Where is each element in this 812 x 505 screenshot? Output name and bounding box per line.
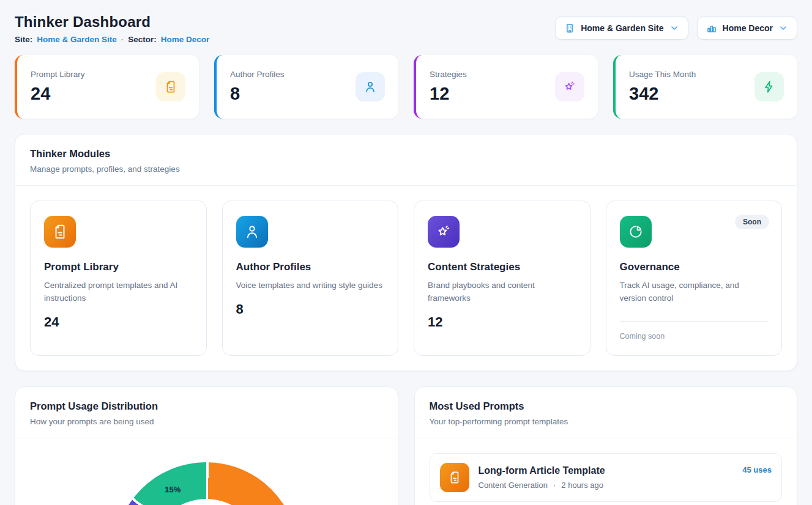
stat-value: 12 — [430, 84, 467, 104]
stat-label: Author Profiles — [230, 70, 285, 79]
prompt-uses-badge: 45 uses — [742, 465, 772, 474]
stat-label: Strategies — [430, 70, 467, 79]
header-selectors: Home & Garden Site Home Decor — [555, 17, 797, 40]
site-label: Site: — [15, 35, 32, 44]
prompts-panel-title: Most Used Prompts — [430, 400, 783, 412]
module-title: Content Strategies — [428, 261, 576, 273]
site-selector-label: Home & Garden Site — [581, 23, 663, 33]
bar-chart-icon — [706, 23, 717, 34]
usage-panel-title: Prompt Usage Distribution — [30, 400, 383, 412]
soon-badge: Soon — [735, 215, 769, 229]
module-count: 12 — [428, 314, 576, 330]
chevron-down-icon — [669, 23, 679, 33]
donut-chart-area: 15% — [15, 438, 398, 505]
prompt-category: Content Generation — [479, 481, 548, 490]
dashboard-page: Thinker Dashboard Site: Home & Garden Si… — [0, 0, 812, 505]
site-link[interactable]: Home & Garden Site — [37, 35, 117, 44]
module-card-governance[interactable]: Soon Governance Track AI usage, complian… — [606, 201, 783, 356]
page-title: Thinker Dashboard — [15, 13, 209, 31]
module-description: Brand playbooks and content frameworks — [428, 279, 576, 305]
modules-panel-title: Thinker Modules — [30, 148, 782, 160]
prompt-usage-panel: Prompt Usage Distribution How your promp… — [15, 386, 398, 505]
sparkle-star-icon — [428, 216, 460, 248]
file-icon — [156, 72, 185, 101]
prompt-title: Long-form Article Template — [479, 465, 734, 476]
module-count: 24 — [44, 314, 193, 330]
sector-selector-label: Home Decor — [723, 23, 773, 33]
sparkle-star-icon — [555, 72, 584, 101]
page-header: Thinker Dashboard Site: Home & Garden Si… — [15, 13, 797, 44]
modules-grid: Prompt Library Centralized prompt templa… — [15, 186, 797, 370]
file-icon — [44, 216, 76, 248]
module-card-author-profiles[interactable]: Author Profiles Voice templates and writ… — [222, 201, 399, 356]
sector-label: Sector: — [128, 35, 157, 44]
sector-selector-dropdown[interactable]: Home Decor — [697, 17, 797, 40]
stat-value: 342 — [629, 84, 696, 104]
coming-soon-text: Coming soon — [620, 332, 769, 341]
donut-hole — [151, 499, 261, 505]
module-card-prompt-library[interactable]: Prompt Library Centralized prompt templa… — [30, 201, 207, 356]
module-description: Track AI usage, compliance, and version … — [620, 279, 769, 305]
zap-icon — [754, 72, 784, 101]
chevron-down-icon — [778, 23, 788, 33]
thinker-modules-panel: Thinker Modules Manage prompts, profiles… — [15, 134, 797, 371]
breadcrumb-separator: · — [121, 35, 124, 44]
user-icon — [356, 72, 385, 101]
donut-slice-label: 15% — [165, 485, 181, 494]
pie-chart-icon — [620, 216, 652, 248]
most-used-prompts-panel: Most Used Prompts Your top-performing pr… — [414, 386, 798, 505]
module-title: Governance — [620, 261, 769, 273]
donut-chart[interactable]: 15% — [114, 462, 298, 505]
stat-card-prompt-library: Prompt Library 24 — [15, 55, 199, 119]
site-selector-dropdown[interactable]: Home & Garden Site — [555, 17, 688, 40]
user-icon — [236, 216, 268, 248]
prompt-list: Long-form Article Template Content Gener… — [415, 438, 797, 505]
prompts-panel-subtitle: Your top-performing prompt templates — [430, 417, 783, 426]
stat-cards-row: Prompt Library 24 Author Profiles 8 — [15, 55, 797, 119]
building-icon — [564, 23, 575, 34]
stat-label: Usage This Month — [629, 70, 696, 79]
modules-panel-header: Thinker Modules Manage prompts, profiles… — [15, 135, 797, 186]
list-item-long-form-article[interactable]: Long-form Article Template Content Gener… — [430, 453, 783, 502]
meta-separator: · — [553, 481, 556, 490]
stat-card-usage: Usage This Month 342 — [613, 55, 797, 119]
usage-panel-header: Prompt Usage Distribution How your promp… — [15, 387, 398, 438]
stat-card-author-profiles: Author Profiles 8 — [214, 55, 398, 119]
module-title: Author Profiles — [236, 261, 385, 273]
bottom-panels-row: Prompt Usage Distribution How your promp… — [15, 386, 797, 505]
usage-panel-subtitle: How your prompts are being used — [30, 417, 383, 426]
breadcrumb: Site: Home & Garden Site · Sector: Home … — [15, 35, 209, 44]
module-description: Voice templates and writing style guides — [236, 279, 385, 292]
header-left: Thinker Dashboard Site: Home & Garden Si… — [15, 13, 209, 44]
stat-value: 24 — [31, 84, 85, 104]
prompt-time: 2 hours ago — [561, 481, 603, 490]
stat-card-strategies: Strategies 12 — [414, 55, 598, 119]
module-divider — [620, 321, 769, 322]
prompts-panel-header: Most Used Prompts Your top-performing pr… — [415, 387, 797, 438]
module-count: 8 — [236, 301, 385, 317]
file-icon — [440, 463, 469, 492]
module-title: Prompt Library — [44, 261, 193, 273]
stat-label: Prompt Library — [31, 70, 85, 79]
sector-link[interactable]: Home Decor — [161, 35, 210, 44]
module-description: Centralized prompt templates and AI inst… — [44, 279, 193, 305]
stat-value: 8 — [230, 84, 285, 104]
module-card-content-strategies[interactable]: Content Strategies Brand playbooks and c… — [414, 201, 590, 356]
modules-panel-subtitle: Manage prompts, profiles, and strategies — [30, 164, 782, 174]
